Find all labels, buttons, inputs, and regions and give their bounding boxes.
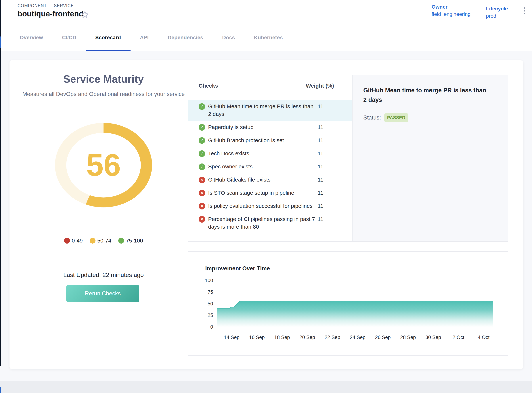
check-row[interactable]: ✓Pagerduty is setup11 [189, 121, 352, 134]
legend-dot [90, 238, 95, 244]
weight-column-header: Weight (%) [306, 83, 334, 89]
scorecard-page: COMPONENT — SERVICE boutique-frontend Ow… [0, 0, 532, 393]
favorite-star-icon[interactable] [81, 10, 89, 19]
legend-dot [118, 238, 124, 244]
legend-item-75-100: 75-100 [118, 238, 143, 244]
lifecycle-label: Lifecycle [486, 6, 508, 12]
check-detail-panel: GitHub Mean time to merge PR is less tha… [352, 75, 508, 241]
check-weight: 11 [318, 137, 323, 144]
page-header: COMPONENT — SERVICE boutique-frontend Ow… [1, 0, 532, 25]
x-tick-4-oct: 4 Oct [478, 335, 490, 340]
improvement-chart-panel: Improvement Over Time 1007550250 14 Sep1… [188, 251, 508, 356]
check-weight: 11 [318, 150, 323, 157]
check-row[interactable]: ✓Tech Docs exists11 [189, 147, 352, 160]
check-row[interactable]: ✕Is STO scan stage setup in pipeline11 [189, 186, 352, 199]
owner-value-link[interactable]: field_engineering [432, 11, 471, 17]
x-tick-22-sep: 22 Sep [325, 335, 340, 340]
tab-overview[interactable]: Overview [10, 25, 53, 51]
check-passed-icon: ✓ [199, 124, 205, 131]
check-label: Percentage of CI pipelines passing in pa… [208, 215, 318, 231]
check-label: Tech Docs exists [208, 150, 318, 157]
more-options-icon[interactable] [521, 7, 528, 18]
check-weight: 11 [318, 176, 323, 184]
check-weight: 11 [318, 189, 323, 197]
check-row[interactable]: ✕Is policy evaluation successful for pip… [189, 199, 352, 212]
y-tick-25: 25 [192, 313, 213, 318]
check-detail-title: GitHub Mean time to merge PR is less tha… [363, 86, 491, 104]
check-weight: 11 [318, 103, 323, 110]
y-tick-75: 75 [192, 289, 213, 295]
check-passed-icon: ✓ [199, 163, 205, 170]
lifecycle-value: prod [486, 13, 496, 19]
x-tick-30-sep: 30 Sep [425, 335, 441, 340]
check-label: Spec owner exists [208, 163, 318, 170]
check-label: GitHub Gitleaks file exists [208, 176, 318, 184]
tab-api[interactable]: API [130, 25, 158, 51]
check-row[interactable]: ✓GitHub Mean time to merge PR is less th… [189, 100, 352, 121]
check-passed-icon: ✓ [199, 150, 205, 157]
chart-title: Improvement Over Time [205, 265, 270, 272]
check-passed-icon: ✓ [199, 137, 205, 144]
maturity-score: 56 [55, 149, 152, 181]
left-scroll-indicator-bottom[interactable] [0, 387, 1, 393]
check-failed-icon: ✕ [199, 177, 205, 183]
x-tick-18-sep: 18 Sep [274, 335, 290, 340]
scorecard-card: Service Maturity Measures all DevOps and… [10, 60, 523, 369]
x-tick-28-sep: 28 Sep [400, 335, 416, 340]
last-updated-text: Last Updated: 22 minutes ago [30, 271, 177, 278]
legend-item-0-49: 0-49 [64, 238, 83, 244]
checks-column-header: Checks [199, 83, 218, 89]
legend-dot [64, 238, 70, 244]
rerun-checks-button[interactable]: Rerun Checks [66, 285, 139, 302]
checks-rows: ✓GitHub Mean time to merge PR is less th… [189, 100, 352, 233]
y-tick-100: 100 [192, 278, 213, 283]
left-nav-edge [0, 0, 1, 366]
check-label: Is STO scan stage setup in pipeline [208, 189, 318, 197]
tab-scorecard[interactable]: Scorecard [86, 25, 130, 51]
checks-table: Checks Weight (%) ✓GitHub Mean time to m… [189, 75, 352, 241]
score-legend: 0-4950-7475-100 [30, 238, 177, 244]
page-title: boutique-frontend [18, 10, 84, 18]
check-weight: 11 [318, 202, 323, 210]
owner-label: Owner [432, 4, 447, 10]
x-tick-24-sep: 24 Sep [350, 335, 366, 340]
x-tick-16-sep: 16 Sep [249, 335, 265, 340]
tab-bar: OverviewCI/CDScorecardAPIDependenciesDoc… [1, 25, 532, 51]
y-tick-50: 50 [192, 301, 213, 306]
footer-band [0, 381, 532, 393]
check-weight: 11 [318, 123, 323, 131]
check-label: GitHub Branch protection is set [208, 137, 318, 144]
x-tick-14-sep: 14 Sep [224, 335, 239, 340]
check-failed-icon: ✕ [199, 190, 205, 196]
legend-item-50-74: 50-74 [90, 238, 111, 244]
status-badge: PASSED [384, 113, 408, 122]
check-label: GitHub Mean time to merge PR is less tha… [208, 103, 318, 118]
y-tick-0: 0 [192, 324, 213, 330]
check-weight: 11 [318, 215, 323, 223]
check-failed-icon: ✕ [199, 216, 205, 223]
check-row[interactable]: ✕GitHub Gitleaks file exists11 [189, 173, 352, 186]
area-chart [217, 278, 493, 329]
check-label: Is policy evaluation successful for pipe… [208, 202, 318, 210]
scorecard-subtitle: Measures all DevOps and Operational read… [21, 90, 186, 98]
breadcrumb: COMPONENT — SERVICE [18, 3, 74, 8]
check-label: Pagerduty is setup [208, 123, 318, 131]
tab-docs[interactable]: Docs [213, 25, 244, 51]
tab-ci-cd[interactable]: CI/CD [53, 25, 86, 51]
status-label: Status: [363, 114, 381, 121]
check-status-row: Status: PASSED [363, 113, 497, 122]
check-weight: 11 [318, 163, 323, 170]
x-tick-20-sep: 20 Sep [299, 335, 315, 340]
x-tick-2-oct: 2 Oct [452, 335, 464, 340]
check-row[interactable]: ✓Spec owner exists11 [189, 160, 352, 173]
x-tick-26-sep: 26 Sep [375, 335, 391, 340]
scorecard-title: Service Maturity [40, 73, 167, 85]
check-passed-icon: ✓ [199, 103, 205, 110]
checks-panel: Checks Weight (%) ✓GitHub Mean time to m… [188, 75, 508, 242]
check-row[interactable]: ✕Percentage of CI pipelines passing in p… [189, 212, 352, 233]
checks-table-header: Checks Weight (%) [189, 83, 352, 91]
tab-dependencies[interactable]: Dependencies [158, 25, 213, 51]
check-failed-icon: ✕ [199, 203, 205, 209]
check-row[interactable]: ✓GitHub Branch protection is set11 [189, 134, 352, 147]
tab-kubernetes[interactable]: Kubernetes [244, 25, 292, 51]
